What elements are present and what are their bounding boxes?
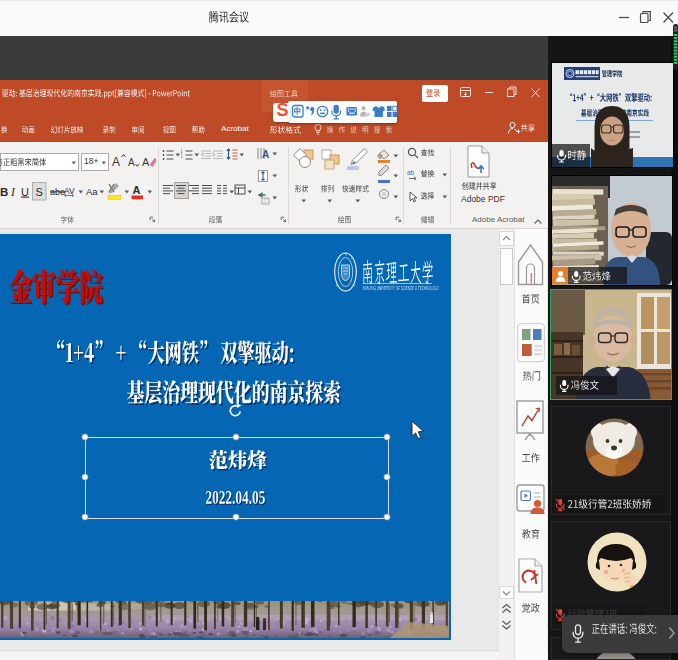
svg-text:S: S [36,186,43,198]
svg-text:A: A [262,149,269,160]
svg-text:I: I [10,186,16,198]
svg-text:2: 2 [181,154,183,159]
svg-text:U: U [21,186,29,198]
svg-text:B: B [0,186,8,198]
svg-text:ab: ab [407,169,415,176]
svg-text:A: A [142,156,150,168]
svg-text:A: A [112,155,120,169]
svg-text:A: A [128,157,135,168]
svg-text:Aa: Aa [86,186,98,197]
svg-text:A: A [133,184,141,196]
svg-text:abe: abe [50,187,65,197]
